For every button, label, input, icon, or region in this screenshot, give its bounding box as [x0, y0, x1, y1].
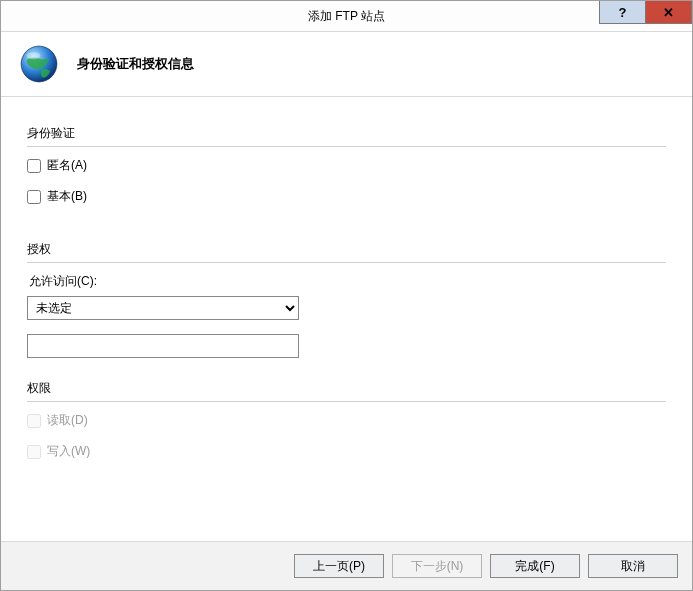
basic-row: 基本(B)	[27, 188, 666, 205]
content-area: 身份验证 匿名(A) 基本(B) 授权 允许访问(C): 未选定 权限 读取(D…	[1, 97, 692, 541]
back-button[interactable]: 上一页(P)	[294, 554, 384, 578]
next-button: 下一步(N)	[392, 554, 482, 578]
basic-checkbox[interactable]	[27, 190, 41, 204]
help-icon: ?	[619, 5, 627, 20]
titlebar: 添加 FTP 站点 ? ✕	[1, 1, 692, 32]
back-button-label: 上一页(P)	[313, 558, 365, 575]
svg-point-1	[27, 52, 41, 59]
anonymous-checkbox[interactable]	[27, 159, 41, 173]
basic-label[interactable]: 基本(B)	[47, 188, 87, 205]
permissions-group-rule	[27, 401, 666, 402]
allow-access-label: 允许访问(C):	[29, 273, 666, 290]
finish-button[interactable]: 完成(F)	[490, 554, 580, 578]
close-button[interactable]: ✕	[645, 1, 692, 24]
finish-button-label: 完成(F)	[515, 558, 554, 575]
authorization-text-input	[27, 334, 299, 358]
window-buttons: ? ✕	[599, 1, 692, 31]
authorization-group-label: 授权	[27, 241, 666, 258]
read-checkbox	[27, 414, 41, 428]
write-checkbox	[27, 445, 41, 459]
header-panel: 身份验证和授权信息	[1, 32, 692, 97]
read-label: 读取(D)	[47, 412, 88, 429]
next-button-label: 下一步(N)	[411, 558, 464, 575]
page-subtitle: 身份验证和授权信息	[77, 55, 194, 73]
close-icon: ✕	[663, 5, 674, 20]
auth-group-label: 身份验证	[27, 125, 666, 142]
anonymous-label[interactable]: 匿名(A)	[47, 157, 87, 174]
permissions-group-label: 权限	[27, 380, 666, 397]
wizard-window: 添加 FTP 站点 ? ✕	[0, 0, 693, 591]
write-label: 写入(W)	[47, 443, 90, 460]
anonymous-row: 匿名(A)	[27, 157, 666, 174]
globe-icon	[17, 42, 61, 86]
write-row: 写入(W)	[27, 443, 666, 460]
allow-access-select[interactable]: 未选定	[27, 296, 299, 320]
footer: 上一页(P) 下一步(N) 完成(F) 取消	[1, 541, 692, 590]
auth-group-rule	[27, 146, 666, 147]
help-button[interactable]: ?	[599, 1, 645, 24]
read-row: 读取(D)	[27, 412, 666, 429]
window-title: 添加 FTP 站点	[1, 8, 692, 25]
cancel-button-label: 取消	[621, 558, 645, 575]
authorization-group-rule	[27, 262, 666, 263]
cancel-button[interactable]: 取消	[588, 554, 678, 578]
